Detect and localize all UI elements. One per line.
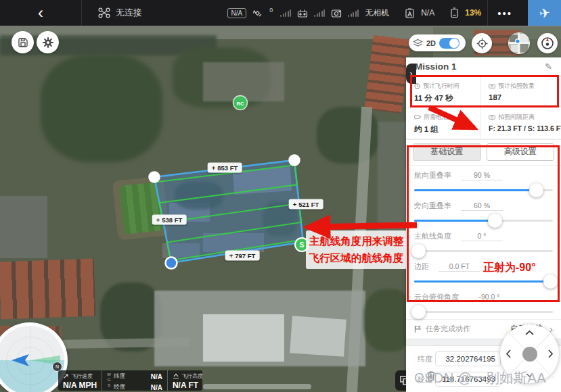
- edit-mission-button[interactable]: ✎: [545, 62, 552, 72]
- locate-icon: [476, 38, 488, 49]
- route-angle-value[interactable]: 0 °: [461, 232, 503, 241]
- side-overlap-value[interactable]: 60 %: [461, 201, 503, 211]
- app-window: S RC +853 FT +521 FT +538 FT +797 FT ‹ 无…: [0, 0, 561, 392]
- attitude-compass: N: [0, 322, 68, 392]
- more-menu-button[interactable]: •••: [487, 0, 522, 26]
- toggle-knob: [449, 39, 459, 48]
- compass-reset-button[interactable]: [537, 33, 558, 53]
- advanced-settings: 航向重叠率90 % 旁向重叠率60 % 主航线角度0 ° 边距0.0 FT 云台…: [406, 166, 561, 319]
- save-icon: [18, 37, 28, 48]
- edge-length-top: +853 FT: [208, 163, 242, 173]
- telemetry-bar: 飞行速度 N/A MPH WGS 纬度N/A 经度N/A 飞行高度 N/A FT: [58, 370, 202, 391]
- remote-controller-icon: [297, 9, 308, 18]
- tab-basic-settings[interactable]: 基础设置: [413, 143, 481, 161]
- map-building: [290, 316, 346, 356]
- nudge-right-button[interactable]: [547, 349, 554, 359]
- map-red-roofs: [365, 35, 411, 114]
- mission-settings-button[interactable]: [37, 31, 59, 53]
- slider-knob[interactable]: [411, 305, 426, 319]
- setting-side-overlap: 旁向重叠率60 %: [414, 199, 553, 228]
- telemetry-altitude: 飞行高度 N/A FT: [167, 370, 208, 391]
- edge-length-left: +538 FT: [152, 215, 187, 225]
- map-building: [203, 233, 264, 252]
- edge-length-bottom: +797 FT: [225, 251, 260, 261]
- mission-title: Mission 1: [415, 62, 457, 72]
- altitude-icon: [173, 373, 179, 379]
- photo-icon: [489, 83, 495, 89]
- layers-icon: [413, 39, 423, 47]
- map-trees: [41, 54, 162, 162]
- map-building: [162, 243, 200, 258]
- telemetry-lat-value: N/A: [151, 372, 162, 383]
- battery-icon: [414, 114, 421, 120]
- ellipsis-icon: •••: [497, 7, 512, 19]
- margin-value[interactable]: 0.0 FT: [439, 262, 480, 272]
- slider-knob[interactable]: [488, 214, 502, 228]
- map-sports-field: [119, 182, 163, 235]
- stat-battery-count: 所需电池数 约 1 组: [406, 108, 480, 139]
- panel-collapse-button[interactable]: ›: [406, 64, 416, 84]
- compass-icon: [541, 36, 554, 50]
- datum-label: WGS: [107, 372, 111, 391]
- annotation-note-gimbal: 正射为-90°: [483, 261, 536, 275]
- side-overlap-slider[interactable]: [414, 220, 553, 222]
- gimbal-pitch-value[interactable]: -90.0 °: [468, 293, 510, 302]
- setting-route-angle: 主航线角度0 °: [414, 229, 553, 258]
- course-overlap-slider[interactable]: [414, 189, 553, 191]
- map-buildings: [0, 196, 47, 258]
- photo-interval-icon: [489, 114, 495, 120]
- back-button[interactable]: ‹: [0, 0, 82, 26]
- nudge-up-button[interactable]: [524, 330, 535, 336]
- map-mode-control: 2D: [409, 34, 466, 51]
- telemetry-lng-value: N/A: [151, 383, 162, 392]
- slider-knob[interactable]: [529, 183, 543, 197]
- drone-icon: [98, 7, 110, 18]
- compass-needle: [0, 326, 64, 392]
- map-2d-toggle[interactable]: [439, 38, 459, 49]
- save-mission-button[interactable]: [12, 31, 34, 53]
- slider-knob[interactable]: [411, 244, 426, 258]
- course-overlap-value[interactable]: 90 %: [461, 171, 503, 180]
- watermark: CSDN @一别如斯AA: [414, 369, 546, 387]
- stat-photo-interval: 拍照间隔距离 F: 21.3 FT / S: 113.6 FT: [480, 108, 561, 139]
- route-angle-slider[interactable]: [414, 250, 553, 252]
- airplane-icon: ✈: [538, 5, 551, 22]
- map-red-roofs: [0, 259, 95, 320]
- map-buildings: [203, 62, 284, 101]
- gps-signal-bars: [280, 9, 291, 17]
- crosshair-icon: +: [293, 201, 297, 208]
- crosshair-icon: +: [156, 216, 160, 224]
- minimap-thumbnail: [508, 32, 530, 54]
- latitude-input[interactable]: 32.202764195: [435, 351, 501, 366]
- setting-course-overlap: 航向重叠率90 %: [414, 168, 553, 197]
- flag-icon: [414, 325, 422, 333]
- setting-gimbal-pitch: 云台俯仰角度-90.0 °: [414, 290, 553, 319]
- camera-signal-bars: [348, 9, 359, 17]
- tab-advanced-settings[interactable]: 高级设置: [487, 143, 555, 161]
- slider-knob[interactable]: [543, 274, 558, 289]
- minimap-button[interactable]: [508, 32, 530, 54]
- map-road: [203, 384, 311, 389]
- speed-icon: [63, 373, 69, 379]
- connection-status: 无连接: [116, 7, 142, 19]
- map-trees: [175, 181, 223, 210]
- takeoff-button[interactable]: ✈: [528, 0, 561, 26]
- camera-status: 无相机: [365, 7, 389, 19]
- map-mode-label: 2D: [426, 39, 436, 47]
- gps-mode-badge: N/A: [227, 8, 247, 18]
- nudge-center-button[interactable]: [522, 347, 537, 362]
- stat-photo-count: 预计拍照数量 187: [480, 77, 561, 108]
- device-battery-icon: [450, 7, 459, 18]
- top-status-bar: ‹ 无连接 N/A 0: [0, 0, 561, 26]
- nudge-left-button[interactable]: [506, 349, 512, 359]
- crosshair-icon: +: [212, 164, 216, 172]
- mission-stats: 预计飞行时间 11 分 47 秒 预计拍照数量 187 所需电池数 约 1 组: [406, 77, 561, 140]
- telemetry-speed: 飞行速度 N/A MPH: [58, 370, 102, 391]
- margin-slider[interactable]: [414, 280, 553, 283]
- gimbal-pitch-slider[interactable]: [414, 311, 553, 313]
- locate-me-button[interactable]: [472, 33, 492, 53]
- satellite-count: 0: [269, 7, 273, 14]
- annotation-note-route-angle: 主航线角度用来调整 飞行区域的航线角度: [306, 230, 407, 269]
- checklist-icon[interactable]: [405, 8, 415, 18]
- back-icon: ‹: [38, 3, 43, 22]
